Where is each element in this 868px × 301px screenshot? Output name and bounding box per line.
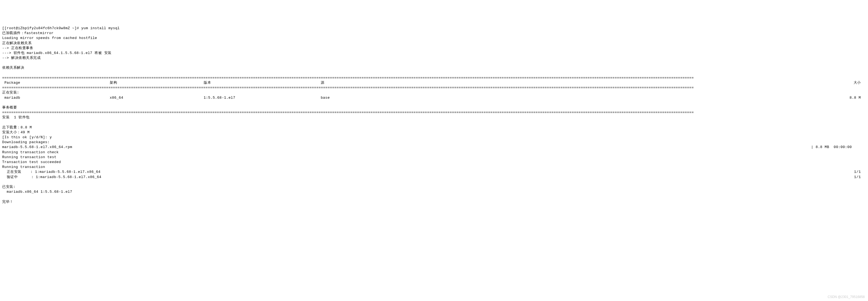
installed-package: mariadb.x86_64 1:5.5.68-1.el7 bbox=[2, 190, 72, 194]
terminal-output: [[root@iZbp1fy2u84fc6h7ck0w8mZ ~]# yum i… bbox=[2, 21, 866, 204]
download-stats: | 8.8 MB 00:00:00 bbox=[811, 145, 866, 150]
header-version: 版本 bbox=[204, 80, 321, 85]
table-row: mariadbx86_641:5.5.68-1.el7base8.8 M bbox=[2, 95, 866, 100]
downloading-label: Downloading packages: bbox=[2, 140, 50, 144]
install-progress-count: 1/1 bbox=[854, 170, 866, 174]
output-line: Loading mirror speeds from cached hostfi… bbox=[2, 36, 97, 40]
header-repo: 源 bbox=[321, 80, 413, 85]
complete-label: 完毕！ bbox=[2, 200, 13, 204]
output-line: 已加载插件：fastestmirror bbox=[2, 31, 54, 35]
install-progress-row: 正在安装 : 1:mariadb-5.5.68-1.el7.x86_641/1 bbox=[2, 170, 866, 174]
header-package: Package bbox=[2, 80, 110, 85]
output-line: 安装大小：49 M bbox=[2, 130, 30, 134]
verify-progress-text: 验证中 : 1:mariadb-5.5.68-1.el7.x86_64 bbox=[2, 175, 854, 180]
separator-line: ========================================… bbox=[2, 85, 866, 90]
cell-version: 1:5.5.68-1.el7 bbox=[204, 95, 321, 100]
separator-line: ========================================… bbox=[2, 76, 866, 80]
installed-label: 已安装: bbox=[2, 185, 16, 189]
table-header-row: Package架构版本源大小 bbox=[2, 80, 866, 85]
install-progress-text: 正在安装 : 1:mariadb-5.5.68-1.el7.x86_64 bbox=[2, 170, 854, 174]
header-arch: 架构 bbox=[110, 80, 204, 85]
cell-size: 8.8 M bbox=[413, 95, 866, 100]
output-line: 依赖关系解决 bbox=[2, 66, 24, 70]
download-row: mariadb-5.5.68-1.el7.x86_64.rpm| 8.8 MB … bbox=[2, 145, 866, 150]
verify-progress-row: 验证中 : 1:mariadb-5.5.68-1.el7.x86_641/1 bbox=[2, 175, 866, 180]
summary-label: 事务概要 bbox=[2, 106, 17, 110]
output-line: Running transaction test bbox=[2, 155, 56, 159]
output-line: Running transaction bbox=[2, 165, 45, 169]
output-line: ---> 软件包 mariadb.x86_64.1.5.5.68-1.el7 将… bbox=[2, 51, 112, 55]
separator-line: ========================================… bbox=[2, 110, 866, 115]
cell-arch: x86_64 bbox=[110, 95, 204, 100]
output-line: 总下载量：8.8 M bbox=[2, 126, 32, 130]
output-line: --> 解决依赖关系完成 bbox=[2, 56, 40, 60]
output-line: --> 正在检查事务 bbox=[2, 46, 33, 50]
header-size: 大小 bbox=[413, 80, 866, 85]
cell-repo: base bbox=[321, 95, 413, 100]
command-text: yum install mysql bbox=[82, 26, 120, 30]
shell-prompt: [[root@iZbp1fy2u84fc6h7ck0w8mZ ~]# bbox=[2, 26, 82, 30]
confirm-prompt: [Is this ok [y/d/N]: y bbox=[2, 135, 52, 139]
output-line: Transaction test succeeded bbox=[2, 160, 61, 164]
install-count: 安装 1 软件包 bbox=[2, 115, 30, 119]
output-line: 正在解决依赖关系 bbox=[2, 41, 32, 45]
installing-label: 正在安装: bbox=[2, 90, 19, 94]
output-line: Running transaction check bbox=[2, 150, 59, 154]
verify-progress-count: 1/1 bbox=[854, 175, 866, 180]
cell-package: mariadb bbox=[2, 95, 110, 100]
download-filename: mariadb-5.5.68-1.el7.x86_64.rpm bbox=[2, 145, 72, 150]
